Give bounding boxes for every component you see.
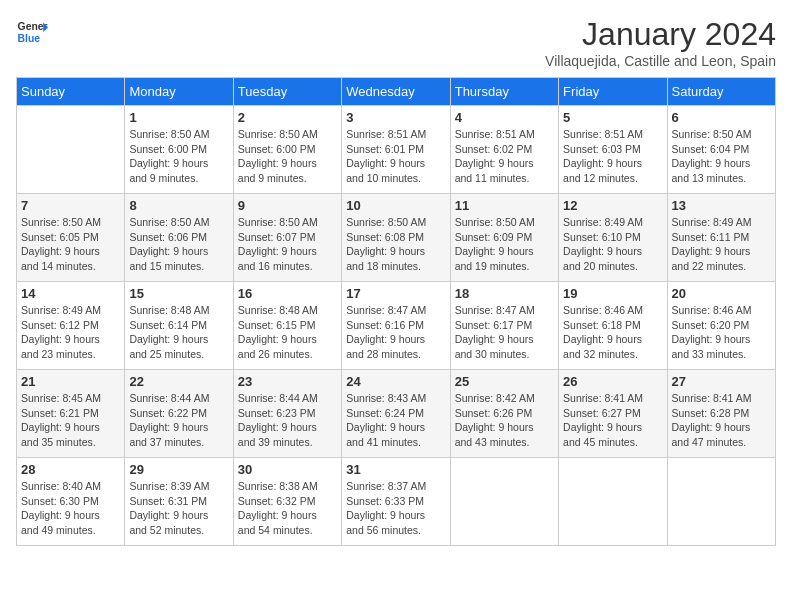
header: General Blue January 2024 Villaquejida, …	[16, 16, 776, 69]
day-detail: Sunrise: 8:42 AMSunset: 6:26 PMDaylight:…	[455, 391, 554, 450]
header-cell-saturday: Saturday	[667, 78, 775, 106]
day-cell: 29Sunrise: 8:39 AMSunset: 6:31 PMDayligh…	[125, 458, 233, 546]
day-number: 5	[563, 110, 662, 125]
day-cell: 14Sunrise: 8:49 AMSunset: 6:12 PMDayligh…	[17, 282, 125, 370]
header-cell-tuesday: Tuesday	[233, 78, 341, 106]
day-number: 27	[672, 374, 771, 389]
day-cell: 17Sunrise: 8:47 AMSunset: 6:16 PMDayligh…	[342, 282, 450, 370]
day-detail: Sunrise: 8:41 AMSunset: 6:28 PMDaylight:…	[672, 391, 771, 450]
header-cell-monday: Monday	[125, 78, 233, 106]
day-number: 3	[346, 110, 445, 125]
day-cell: 6Sunrise: 8:50 AMSunset: 6:04 PMDaylight…	[667, 106, 775, 194]
day-number: 11	[455, 198, 554, 213]
day-number: 13	[672, 198, 771, 213]
day-detail: Sunrise: 8:43 AMSunset: 6:24 PMDaylight:…	[346, 391, 445, 450]
week-row: 7Sunrise: 8:50 AMSunset: 6:05 PMDaylight…	[17, 194, 776, 282]
day-detail: Sunrise: 8:40 AMSunset: 6:30 PMDaylight:…	[21, 479, 120, 538]
day-detail: Sunrise: 8:50 AMSunset: 6:09 PMDaylight:…	[455, 215, 554, 274]
day-number: 20	[672, 286, 771, 301]
day-cell: 23Sunrise: 8:44 AMSunset: 6:23 PMDayligh…	[233, 370, 341, 458]
day-number: 24	[346, 374, 445, 389]
day-number: 29	[129, 462, 228, 477]
week-row: 28Sunrise: 8:40 AMSunset: 6:30 PMDayligh…	[17, 458, 776, 546]
day-number: 31	[346, 462, 445, 477]
header-cell-thursday: Thursday	[450, 78, 558, 106]
day-cell: 16Sunrise: 8:48 AMSunset: 6:15 PMDayligh…	[233, 282, 341, 370]
week-row: 14Sunrise: 8:49 AMSunset: 6:12 PMDayligh…	[17, 282, 776, 370]
day-cell: 9Sunrise: 8:50 AMSunset: 6:07 PMDaylight…	[233, 194, 341, 282]
day-cell: 28Sunrise: 8:40 AMSunset: 6:30 PMDayligh…	[17, 458, 125, 546]
day-detail: Sunrise: 8:50 AMSunset: 6:06 PMDaylight:…	[129, 215, 228, 274]
day-cell: 25Sunrise: 8:42 AMSunset: 6:26 PMDayligh…	[450, 370, 558, 458]
day-number: 7	[21, 198, 120, 213]
calendar-subtitle: Villaquejida, Castille and Leon, Spain	[545, 53, 776, 69]
day-cell: 1Sunrise: 8:50 AMSunset: 6:00 PMDaylight…	[125, 106, 233, 194]
day-cell: 31Sunrise: 8:37 AMSunset: 6:33 PMDayligh…	[342, 458, 450, 546]
day-cell: 4Sunrise: 8:51 AMSunset: 6:02 PMDaylight…	[450, 106, 558, 194]
day-cell	[559, 458, 667, 546]
day-cell: 7Sunrise: 8:50 AMSunset: 6:05 PMDaylight…	[17, 194, 125, 282]
day-number: 22	[129, 374, 228, 389]
day-number: 2	[238, 110, 337, 125]
header-cell-wednesday: Wednesday	[342, 78, 450, 106]
day-cell: 10Sunrise: 8:50 AMSunset: 6:08 PMDayligh…	[342, 194, 450, 282]
day-cell	[667, 458, 775, 546]
day-detail: Sunrise: 8:45 AMSunset: 6:21 PMDaylight:…	[21, 391, 120, 450]
calendar-title: January 2024	[545, 16, 776, 53]
week-row: 21Sunrise: 8:45 AMSunset: 6:21 PMDayligh…	[17, 370, 776, 458]
day-detail: Sunrise: 8:51 AMSunset: 6:03 PMDaylight:…	[563, 127, 662, 186]
day-cell: 12Sunrise: 8:49 AMSunset: 6:10 PMDayligh…	[559, 194, 667, 282]
day-number: 21	[21, 374, 120, 389]
day-number: 28	[21, 462, 120, 477]
day-detail: Sunrise: 8:49 AMSunset: 6:10 PMDaylight:…	[563, 215, 662, 274]
day-cell: 11Sunrise: 8:50 AMSunset: 6:09 PMDayligh…	[450, 194, 558, 282]
day-number: 15	[129, 286, 228, 301]
calendar-body: 1Sunrise: 8:50 AMSunset: 6:00 PMDaylight…	[17, 106, 776, 546]
day-detail: Sunrise: 8:47 AMSunset: 6:16 PMDaylight:…	[346, 303, 445, 362]
day-cell: 30Sunrise: 8:38 AMSunset: 6:32 PMDayligh…	[233, 458, 341, 546]
day-cell: 27Sunrise: 8:41 AMSunset: 6:28 PMDayligh…	[667, 370, 775, 458]
day-cell: 3Sunrise: 8:51 AMSunset: 6:01 PMDaylight…	[342, 106, 450, 194]
day-number: 1	[129, 110, 228, 125]
svg-text:Blue: Blue	[18, 33, 41, 44]
day-number: 16	[238, 286, 337, 301]
day-number: 18	[455, 286, 554, 301]
day-cell: 18Sunrise: 8:47 AMSunset: 6:17 PMDayligh…	[450, 282, 558, 370]
day-number: 25	[455, 374, 554, 389]
header-row: SundayMondayTuesdayWednesdayThursdayFrid…	[17, 78, 776, 106]
day-cell: 15Sunrise: 8:48 AMSunset: 6:14 PMDayligh…	[125, 282, 233, 370]
day-number: 6	[672, 110, 771, 125]
day-detail: Sunrise: 8:37 AMSunset: 6:33 PMDaylight:…	[346, 479, 445, 538]
day-number: 8	[129, 198, 228, 213]
day-cell: 13Sunrise: 8:49 AMSunset: 6:11 PMDayligh…	[667, 194, 775, 282]
day-number: 4	[455, 110, 554, 125]
day-cell: 21Sunrise: 8:45 AMSunset: 6:21 PMDayligh…	[17, 370, 125, 458]
header-cell-friday: Friday	[559, 78, 667, 106]
title-area: January 2024 Villaquejida, Castille and …	[545, 16, 776, 69]
day-cell: 2Sunrise: 8:50 AMSunset: 6:00 PMDaylight…	[233, 106, 341, 194]
week-row: 1Sunrise: 8:50 AMSunset: 6:00 PMDaylight…	[17, 106, 776, 194]
logo-icon: General Blue	[16, 16, 48, 48]
day-cell: 26Sunrise: 8:41 AMSunset: 6:27 PMDayligh…	[559, 370, 667, 458]
calendar-table: SundayMondayTuesdayWednesdayThursdayFrid…	[16, 77, 776, 546]
day-cell: 5Sunrise: 8:51 AMSunset: 6:03 PMDaylight…	[559, 106, 667, 194]
day-number: 26	[563, 374, 662, 389]
day-detail: Sunrise: 8:50 AMSunset: 6:00 PMDaylight:…	[238, 127, 337, 186]
day-number: 17	[346, 286, 445, 301]
day-cell: 24Sunrise: 8:43 AMSunset: 6:24 PMDayligh…	[342, 370, 450, 458]
day-number: 30	[238, 462, 337, 477]
day-detail: Sunrise: 8:50 AMSunset: 6:04 PMDaylight:…	[672, 127, 771, 186]
day-detail: Sunrise: 8:46 AMSunset: 6:18 PMDaylight:…	[563, 303, 662, 362]
day-detail: Sunrise: 8:47 AMSunset: 6:17 PMDaylight:…	[455, 303, 554, 362]
day-cell: 19Sunrise: 8:46 AMSunset: 6:18 PMDayligh…	[559, 282, 667, 370]
day-detail: Sunrise: 8:48 AMSunset: 6:15 PMDaylight:…	[238, 303, 337, 362]
day-number: 19	[563, 286, 662, 301]
day-cell: 20Sunrise: 8:46 AMSunset: 6:20 PMDayligh…	[667, 282, 775, 370]
day-detail: Sunrise: 8:39 AMSunset: 6:31 PMDaylight:…	[129, 479, 228, 538]
day-detail: Sunrise: 8:50 AMSunset: 6:00 PMDaylight:…	[129, 127, 228, 186]
day-detail: Sunrise: 8:41 AMSunset: 6:27 PMDaylight:…	[563, 391, 662, 450]
day-detail: Sunrise: 8:50 AMSunset: 6:08 PMDaylight:…	[346, 215, 445, 274]
day-detail: Sunrise: 8:51 AMSunset: 6:01 PMDaylight:…	[346, 127, 445, 186]
day-detail: Sunrise: 8:49 AMSunset: 6:12 PMDaylight:…	[21, 303, 120, 362]
day-detail: Sunrise: 8:51 AMSunset: 6:02 PMDaylight:…	[455, 127, 554, 186]
